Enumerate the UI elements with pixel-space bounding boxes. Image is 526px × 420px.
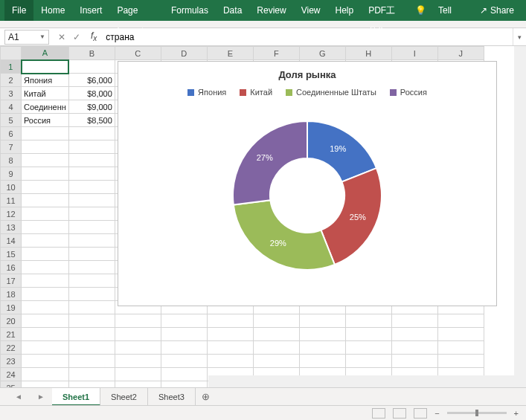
cell-A18[interactable] (22, 288, 69, 301)
cell-I20[interactable] (391, 314, 437, 328)
cell-B10[interactable] (68, 181, 115, 194)
row-header-7[interactable]: 7 (1, 140, 22, 154)
sheet-nav-arrows[interactable]: ◄► (0, 392, 52, 401)
sheet-tab-sheet2[interactable]: Sheet2 (100, 388, 148, 406)
row-header-12[interactable]: 12 (1, 207, 22, 221)
ribbon-tab-data[interactable]: Data (216, 0, 249, 21)
page-break-view-button[interactable] (414, 408, 427, 419)
cell-A2[interactable]: Япония (22, 74, 69, 87)
cell-C20[interactable] (115, 314, 161, 328)
horizontal-scrollbar[interactable] (208, 375, 514, 387)
cell-C21[interactable] (115, 328, 161, 341)
normal-view-button[interactable] (372, 408, 385, 419)
ribbon-tab-page-layout[interactable]: Page Layout (109, 0, 164, 21)
col-header-F[interactable]: F (253, 47, 299, 60)
cell-G21[interactable] (299, 328, 345, 341)
cell-B12[interactable] (68, 207, 115, 221)
sheet-tab-sheet3[interactable]: Sheet3 (148, 388, 196, 406)
cell-B8[interactable] (68, 154, 115, 167)
col-header-B[interactable]: B (68, 47, 115, 60)
tell-me[interactable]: Tell me (431, 0, 472, 21)
cell-B21[interactable] (68, 328, 115, 341)
cell-A5[interactable]: Россия (22, 114, 69, 127)
cell-B4[interactable]: $9,000 (68, 100, 115, 114)
cell-B24[interactable] (68, 368, 115, 381)
cell-A9[interactable] (22, 167, 69, 181)
zoom-out-button[interactable]: − (434, 409, 439, 418)
cell-B9[interactable] (68, 167, 115, 181)
col-header-E[interactable]: E (207, 47, 253, 60)
cell-H21[interactable] (345, 328, 391, 341)
enter-icon[interactable]: ✓ (73, 32, 80, 42)
row-header-22[interactable]: 22 (1, 341, 22, 355)
cell-B15[interactable] (68, 248, 115, 261)
ribbon-tab-review[interactable]: Review (249, 0, 293, 21)
cell-B14[interactable] (68, 234, 115, 248)
cell-A19[interactable] (22, 301, 69, 314)
cell-A1[interactable]: страна (22, 60, 69, 74)
row-header-5[interactable]: 5 (1, 114, 22, 127)
row-header-13[interactable]: 13 (1, 221, 22, 234)
col-header-I[interactable]: I (391, 47, 437, 60)
cell-B23[interactable] (68, 355, 115, 368)
cell-H20[interactable] (345, 314, 391, 328)
row-header-20[interactable]: 20 (1, 314, 22, 328)
cell-F22[interactable] (253, 341, 299, 355)
cell-C22[interactable] (115, 341, 161, 355)
cell-B22[interactable] (68, 341, 115, 355)
cell-A15[interactable] (22, 248, 69, 261)
row-header-19[interactable]: 19 (1, 301, 22, 314)
row-header-4[interactable]: 4 (1, 100, 22, 114)
cell-A17[interactable] (22, 274, 69, 288)
cell-B19[interactable] (68, 301, 115, 314)
cancel-icon[interactable]: ✕ (58, 32, 65, 42)
cell-D21[interactable] (161, 328, 207, 341)
worksheet-grid[interactable]: ABCDEFGHIJ1странаПродажи2Япония$6,0003Ки… (0, 46, 526, 397)
cell-G20[interactable] (299, 314, 345, 328)
name-box[interactable]: A1 ▼ (4, 30, 49, 45)
cell-G23[interactable] (299, 355, 345, 368)
cell-A16[interactable] (22, 261, 69, 274)
cell-A11[interactable] (22, 194, 69, 207)
cell-D20[interactable] (161, 314, 207, 328)
cell-A13[interactable] (22, 221, 69, 234)
cell-E23[interactable] (207, 355, 253, 368)
cell-A22[interactable] (22, 341, 69, 355)
row-header-18[interactable]: 18 (1, 288, 22, 301)
cell-H22[interactable] (345, 341, 391, 355)
cell-E20[interactable] (207, 314, 253, 328)
ribbon-tab-help[interactable]: Help (327, 0, 361, 21)
zoom-in-button[interactable]: + (514, 409, 519, 418)
cell-F21[interactable] (253, 328, 299, 341)
cell-B18[interactable] (68, 288, 115, 301)
cell-I23[interactable] (391, 355, 437, 368)
chevron-down-icon[interactable]: ▼ (39, 33, 45, 40)
row-header-11[interactable]: 11 (1, 194, 22, 207)
row-header-23[interactable]: 23 (1, 355, 22, 368)
add-sheet-button[interactable]: ⊕ (196, 391, 217, 402)
row-header-21[interactable]: 21 (1, 328, 22, 341)
expand-formula-bar[interactable]: ▾ (513, 28, 526, 45)
cell-A3[interactable]: Китай (22, 87, 69, 100)
share-button[interactable]: ↗ Share (472, 5, 522, 16)
row-header-1[interactable]: 1 (1, 60, 22, 74)
col-header-G[interactable]: G (299, 47, 345, 60)
cell-J23[interactable] (437, 355, 484, 368)
formula-input[interactable] (101, 30, 513, 45)
cell-B20[interactable] (68, 314, 115, 328)
cell-A23[interactable] (22, 355, 69, 368)
cell-A7[interactable] (22, 140, 69, 154)
cell-C23[interactable] (115, 355, 161, 368)
cell-D24[interactable] (161, 368, 207, 381)
file-tab[interactable]: File (4, 0, 33, 21)
cell-B16[interactable] (68, 261, 115, 274)
cell-A6[interactable] (22, 127, 69, 140)
col-header-J[interactable]: J (437, 47, 484, 60)
cell-B2[interactable]: $6,000 (68, 74, 115, 87)
ribbon-tab-insert[interactable]: Insert (72, 0, 109, 21)
zoom-slider[interactable] (447, 412, 507, 414)
cell-J20[interactable] (437, 314, 484, 328)
cell-H23[interactable] (345, 355, 391, 368)
col-header-A[interactable]: A (22, 47, 69, 60)
row-header-16[interactable]: 16 (1, 261, 22, 274)
